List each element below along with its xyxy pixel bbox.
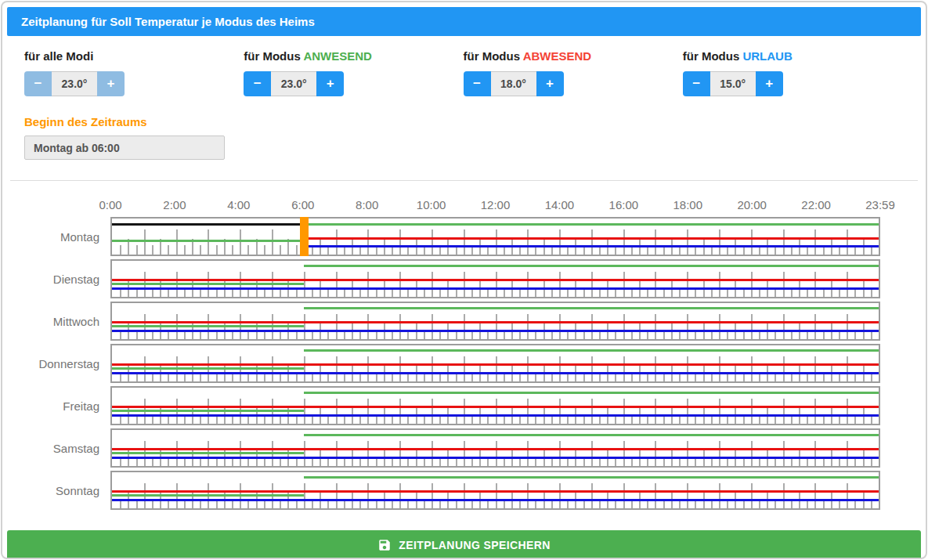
time-axis-label: 18:00 (673, 198, 702, 211)
quarter-hour-tick (591, 399, 593, 424)
save-schedule-button[interactable]: ZEITPLANUNG SPEICHERN (7, 530, 921, 559)
control-urlaub: für Modus URLAUB − 15.0° + (683, 49, 902, 160)
quarter-hour-tick (847, 229, 848, 255)
quarter-hour-tick (751, 483, 753, 508)
schedule-line-green (304, 476, 879, 479)
increase-all-modes-button[interactable]: + (97, 71, 125, 96)
schedule-line-green (112, 325, 304, 327)
quarter-hour-tick (399, 229, 401, 255)
abwesend-temperature-value: 18.0° (491, 71, 536, 96)
increase-abwesend-button[interactable]: + (536, 71, 564, 96)
quarter-hour-tick (847, 441, 848, 466)
quarter-hour-tick (623, 229, 625, 255)
day-label: Montag (60, 219, 99, 255)
quarter-hour-tick (232, 245, 233, 255)
schedule-line-blue (112, 414, 879, 417)
quarter-hour-tick (559, 229, 561, 255)
quarter-hour-tick (623, 399, 625, 424)
quarter-hour-tick (591, 272, 593, 297)
quarter-hour-tick (336, 356, 338, 381)
schedule-line-blue (112, 330, 879, 332)
time-axis-label: 16:00 (609, 198, 639, 211)
quarter-hour-tick (496, 356, 497, 381)
quarter-hour-tick (432, 441, 433, 466)
schedule-line-red (112, 279, 879, 281)
quarter-hour-tick (783, 356, 785, 381)
quarter-hour-tick (184, 245, 186, 255)
quarter-hour-tick (527, 272, 529, 297)
stepper-abwesend: − 18.0° + (464, 71, 564, 96)
quarter-hour-tick (719, 229, 720, 255)
time-axis-label: 4:00 (227, 198, 250, 211)
stepper-urlaub: − 15.0° + (683, 71, 783, 96)
quarter-hour-tick (814, 272, 816, 297)
quarter-hour-tick (432, 399, 433, 424)
schedule-line-green (112, 367, 304, 370)
control-abwesend: für Modus ABWESEND − 18.0° + (464, 49, 683, 160)
day-row-sonntag[interactable]: Sonntag (110, 471, 880, 510)
quarter-hour-tick (591, 314, 593, 339)
quarter-hour-tick (655, 399, 656, 424)
time-axis-label: 0:00 (99, 198, 121, 211)
quarter-hour-tick (559, 314, 561, 339)
quarter-hour-tick (783, 314, 785, 339)
quarter-hour-tick (719, 356, 720, 381)
quarter-hour-tick (367, 483, 369, 508)
period-start-marker[interactable] (300, 217, 309, 256)
schedule-line-blue (112, 372, 879, 374)
quarter-hour-tick (367, 356, 369, 381)
quarter-hour-tick (136, 245, 138, 255)
quarter-hour-tick (399, 441, 401, 466)
quarter-hour-tick (623, 483, 625, 508)
quarter-hour-tick (751, 356, 753, 381)
control-label-urlaub: für Modus URLAUB (683, 49, 902, 63)
quarter-hour-tick (496, 441, 497, 466)
schedule-grid: MontagDienstagMittwochDonnerstagFreitagS… (2, 217, 926, 510)
schedule-line-green (112, 452, 304, 454)
quarter-hour-tick (751, 272, 753, 297)
quarter-hour-tick (304, 399, 305, 424)
day-row-samstag[interactable]: Samstag (110, 428, 880, 468)
weekly-schedule-chart: 0:002:004:006:008:0010:0012:0014:0016:00… (2, 198, 926, 510)
day-row-mittwoch[interactable]: Mittwoch (110, 302, 880, 341)
day-label: Dienstag (53, 261, 99, 297)
quarter-hour-tick (719, 483, 720, 508)
decrease-abwesend-button[interactable]: − (464, 71, 491, 96)
schedule-line-green (304, 392, 879, 394)
quarter-hour-tick (751, 441, 753, 466)
quarter-hour-tick (655, 229, 656, 255)
day-row-donnerstag[interactable]: Donnerstag (110, 344, 880, 383)
quarter-hour-tick (847, 314, 848, 339)
schedule-line-red (112, 490, 879, 493)
quarter-hour-tick (496, 272, 497, 297)
quarter-hour-tick (814, 483, 816, 508)
day-row-montag[interactable]: Montag (110, 217, 880, 256)
quarter-hour-tick (216, 245, 218, 255)
period-start-input[interactable] (24, 135, 225, 160)
increase-urlaub-button[interactable]: + (756, 71, 783, 96)
quarter-hour-tick (304, 441, 305, 466)
anwesend-temperature-value: 23.0° (271, 71, 316, 96)
schedule-line-blue (304, 245, 879, 247)
quarter-hour-tick (655, 441, 656, 466)
quarter-hour-tick (464, 399, 465, 424)
quarter-hour-tick (432, 272, 433, 297)
day-row-dienstag[interactable]: Dienstag (110, 259, 880, 298)
quarter-hour-tick (527, 483, 529, 508)
quarter-hour-tick (623, 314, 625, 339)
quarter-hour-tick (814, 399, 816, 424)
quarter-hour-tick (367, 314, 369, 339)
decrease-anwesend-button[interactable]: − (244, 71, 271, 96)
quarter-hour-tick (847, 399, 848, 424)
schedule-line-blue (112, 499, 879, 501)
save-button-label: ZEITPLANUNG SPEICHERN (399, 539, 551, 551)
quarter-hour-tick (247, 245, 249, 255)
increase-anwesend-button[interactable]: + (316, 71, 344, 96)
day-row-freitag[interactable]: Freitag (110, 386, 880, 425)
quarter-hour-tick (751, 229, 753, 255)
day-label: Donnerstag (38, 345, 99, 381)
decrease-all-modes-button[interactable]: − (24, 71, 52, 96)
stepper-anwesend: − 23.0° + (244, 71, 344, 96)
decrease-urlaub-button[interactable]: − (683, 71, 710, 96)
quarter-hour-tick (432, 356, 433, 381)
